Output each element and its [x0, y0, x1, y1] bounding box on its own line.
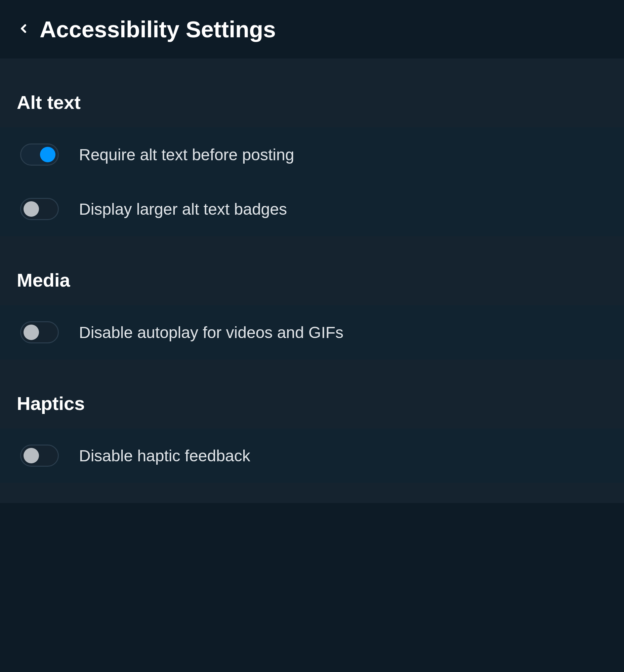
toggle-require-alt-text[interactable]	[20, 144, 59, 166]
setting-larger-badges[interactable]: Display larger alt text badges	[0, 182, 624, 236]
spacer	[0, 360, 624, 380]
section-header-alttext: Alt text	[0, 79, 624, 127]
toggle-knob	[40, 147, 55, 162]
setting-label: Display larger alt text badges	[79, 200, 287, 218]
toggle-disable-haptic[interactable]	[20, 444, 59, 467]
section-alttext: Require alt text before posting Display …	[0, 127, 624, 236]
spacer	[0, 236, 624, 256]
section-title: Alt text	[17, 92, 607, 113]
section-header-haptics: Haptics	[0, 380, 624, 429]
toggle-larger-badges[interactable]	[20, 198, 59, 220]
section-title: Haptics	[17, 392, 607, 414]
setting-disable-autoplay[interactable]: Disable autoplay for videos and GIFs	[0, 305, 624, 360]
setting-label: Disable autoplay for videos and GIFs	[79, 323, 343, 342]
setting-label: Require alt text before posting	[79, 146, 294, 164]
spacer	[0, 483, 624, 503]
section-title: Media	[17, 269, 607, 291]
chevron-left-icon	[17, 20, 30, 38]
toggle-knob	[24, 448, 39, 463]
toggle-disable-autoplay[interactable]	[20, 321, 59, 343]
section-media: Disable autoplay for videos and GIFs	[0, 305, 624, 360]
section-header-media: Media	[0, 256, 624, 305]
back-button[interactable]	[17, 20, 30, 38]
setting-require-alt-text[interactable]: Require alt text before posting	[0, 127, 624, 182]
page-header: Accessibility Settings	[0, 0, 624, 58]
page-title: Accessibility Settings	[40, 16, 276, 42]
spacer	[0, 58, 624, 79]
section-haptics: Disable haptic feedback	[0, 429, 624, 483]
setting-label: Disable haptic feedback	[79, 446, 250, 465]
setting-disable-haptic[interactable]: Disable haptic feedback	[0, 429, 624, 483]
toggle-knob	[24, 325, 39, 340]
toggle-knob	[24, 201, 39, 217]
